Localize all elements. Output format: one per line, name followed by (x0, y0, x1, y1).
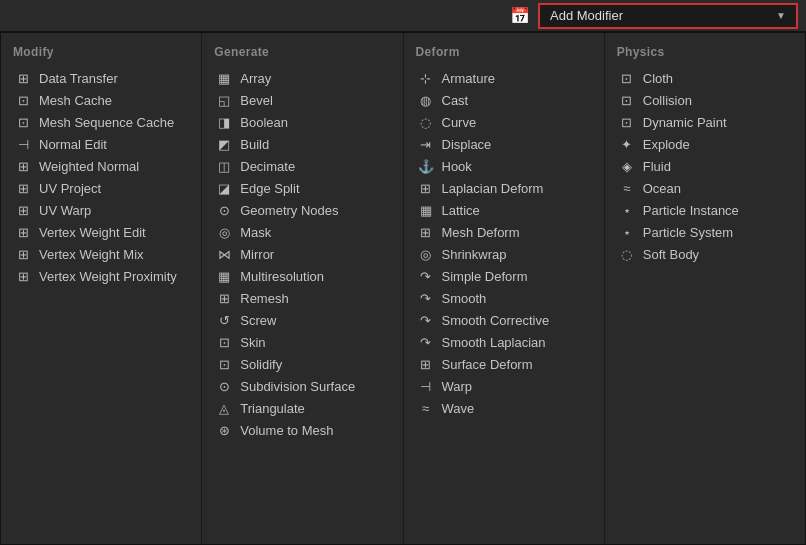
menu-item-armature[interactable]: ⊹Armature (410, 67, 598, 89)
fluid-icon: ◈ (617, 158, 637, 174)
vertex-weight-proximity-label: Vertex Weight Proximity (39, 269, 177, 284)
menu-item-lattice[interactable]: ▦Lattice (410, 199, 598, 221)
menu-item-vertex-weight-edit[interactable]: ⊞Vertex Weight Edit (7, 221, 195, 243)
surface-deform-label: Surface Deform (442, 357, 533, 372)
menu-item-geometry-nodes[interactable]: ⊙Geometry Nodes (208, 199, 396, 221)
triangulate-icon: ◬ (214, 400, 234, 416)
normal-edit-label: Normal Edit (39, 137, 107, 152)
fluid-label: Fluid (643, 159, 671, 174)
smooth-label: Smooth (442, 291, 487, 306)
solidify-icon: ⊡ (214, 356, 234, 372)
menu-item-bevel[interactable]: ◱Bevel (208, 89, 396, 111)
particle-system-label: Particle System (643, 225, 733, 240)
menu-item-edge-split[interactable]: ◪Edge Split (208, 177, 396, 199)
menu-item-cast[interactable]: ◍Cast (410, 89, 598, 111)
menu-item-boolean[interactable]: ◨Boolean (208, 111, 396, 133)
column-deform: Deform⊹Armature◍Cast◌Curve⇥Displace⚓Hook… (404, 33, 605, 544)
menu-item-warp[interactable]: ⊣Warp (410, 375, 598, 397)
data-transfer-icon: ⊞ (13, 70, 33, 86)
cast-label: Cast (442, 93, 469, 108)
subdivision-surface-label: Subdivision Surface (240, 379, 355, 394)
simple-deform-icon: ↷ (416, 268, 436, 284)
geometry-nodes-label: Geometry Nodes (240, 203, 338, 218)
soft-body-icon: ◌ (617, 246, 637, 262)
menu-item-laplacian-deform[interactable]: ⊞Laplacian Deform (410, 177, 598, 199)
remesh-icon: ⊞ (214, 290, 234, 306)
skin-label: Skin (240, 335, 265, 350)
menu-item-decimate[interactable]: ◫Decimate (208, 155, 396, 177)
bevel-icon: ◱ (214, 92, 234, 108)
menu-item-build[interactable]: ◩Build (208, 133, 396, 155)
vertex-weight-edit-icon: ⊞ (13, 224, 33, 240)
menu-item-curve[interactable]: ◌Curve (410, 111, 598, 133)
simple-deform-label: Simple Deform (442, 269, 528, 284)
dynamic-paint-label: Dynamic Paint (643, 115, 727, 130)
menu-item-multiresolution[interactable]: ▦Multiresolution (208, 265, 396, 287)
cloth-icon: ⊡ (617, 70, 637, 86)
displace-label: Displace (442, 137, 492, 152)
warp-icon: ⊣ (416, 378, 436, 394)
uv-project-label: UV Project (39, 181, 101, 196)
menu-item-collision[interactable]: ⊡Collision (611, 89, 799, 111)
data-transfer-label: Data Transfer (39, 71, 118, 86)
menu-item-vertex-weight-proximity[interactable]: ⊞Vertex Weight Proximity (7, 265, 195, 287)
remesh-label: Remesh (240, 291, 288, 306)
menu-item-soft-body[interactable]: ◌Soft Body (611, 243, 799, 265)
array-label: Array (240, 71, 271, 86)
menu-item-weighted-normal[interactable]: ⊞Weighted Normal (7, 155, 195, 177)
menu-item-particle-system[interactable]: ⋆Particle System (611, 221, 799, 243)
menu-item-cloth[interactable]: ⊡Cloth (611, 67, 799, 89)
menu-item-volume-to-mesh[interactable]: ⊛Volume to Mesh (208, 419, 396, 441)
uv-warp-label: UV Warp (39, 203, 91, 218)
menu-item-uv-warp[interactable]: ⊞UV Warp (7, 199, 195, 221)
top-bar: 📅 Add Modifier ▼ (0, 0, 806, 32)
menu-item-smooth-laplacian[interactable]: ↷Smooth Laplacian (410, 331, 598, 353)
menu-item-fluid[interactable]: ◈Fluid (611, 155, 799, 177)
menu-item-ocean[interactable]: ≈Ocean (611, 177, 799, 199)
volume-to-mesh-icon: ⊛ (214, 422, 234, 438)
smooth-corrective-label: Smooth Corrective (442, 313, 550, 328)
column-physics: Physics⊡Cloth⊡Collision⊡Dynamic Paint✦Ex… (605, 33, 805, 544)
menu-item-simple-deform[interactable]: ↷Simple Deform (410, 265, 598, 287)
menu-item-mesh-deform[interactable]: ⊞Mesh Deform (410, 221, 598, 243)
column-header-deform: Deform (410, 41, 598, 67)
menu-item-skin[interactable]: ⊡Skin (208, 331, 396, 353)
bevel-label: Bevel (240, 93, 273, 108)
menu-item-explode[interactable]: ✦Explode (611, 133, 799, 155)
add-modifier-button[interactable]: Add Modifier ▼ (538, 3, 798, 29)
solidify-label: Solidify (240, 357, 282, 372)
menu-item-shrinkwrap[interactable]: ◎Shrinkwrap (410, 243, 598, 265)
menu-item-remesh[interactable]: ⊞Remesh (208, 287, 396, 309)
menu-item-vertex-weight-mix[interactable]: ⊞Vertex Weight Mix (7, 243, 195, 265)
menu-item-subdivision-surface[interactable]: ⊙Subdivision Surface (208, 375, 396, 397)
uv-project-icon: ⊞ (13, 180, 33, 196)
menu-item-triangulate[interactable]: ◬Triangulate (208, 397, 396, 419)
curve-icon: ◌ (416, 114, 436, 130)
menu-item-smooth-corrective[interactable]: ↷Smooth Corrective (410, 309, 598, 331)
menu-item-wave[interactable]: ≈Wave (410, 397, 598, 419)
menu-item-hook[interactable]: ⚓Hook (410, 155, 598, 177)
menu-item-particle-instance[interactable]: ⋆Particle Instance (611, 199, 799, 221)
menu-item-uv-project[interactable]: ⊞UV Project (7, 177, 195, 199)
menu-item-mesh-sequence-cache[interactable]: ⊡Mesh Sequence Cache (7, 111, 195, 133)
menu-item-screw[interactable]: ↺Screw (208, 309, 396, 331)
menu-item-solidify[interactable]: ⊡Solidify (208, 353, 396, 375)
menu-item-array[interactable]: ▦Array (208, 67, 396, 89)
armature-icon: ⊹ (416, 70, 436, 86)
mesh-deform-label: Mesh Deform (442, 225, 520, 240)
multiresolution-icon: ▦ (214, 268, 234, 284)
menu-item-mask[interactable]: ◎Mask (208, 221, 396, 243)
mirror-label: Mirror (240, 247, 274, 262)
menu-item-dynamic-paint[interactable]: ⊡Dynamic Paint (611, 111, 799, 133)
menu-item-surface-deform[interactable]: ⊞Surface Deform (410, 353, 598, 375)
menu-item-mirror[interactable]: ⋈Mirror (208, 243, 396, 265)
vertex-weight-mix-icon: ⊞ (13, 246, 33, 262)
vertex-weight-proximity-icon: ⊞ (13, 268, 33, 284)
menu-item-smooth[interactable]: ↷Smooth (410, 287, 598, 309)
menu-item-mesh-cache[interactable]: ⊡Mesh Cache (7, 89, 195, 111)
subdivision-surface-icon: ⊙ (214, 378, 234, 394)
collision-label: Collision (643, 93, 692, 108)
menu-item-normal-edit[interactable]: ⊣Normal Edit (7, 133, 195, 155)
menu-item-data-transfer[interactable]: ⊞Data Transfer (7, 67, 195, 89)
menu-item-displace[interactable]: ⇥Displace (410, 133, 598, 155)
